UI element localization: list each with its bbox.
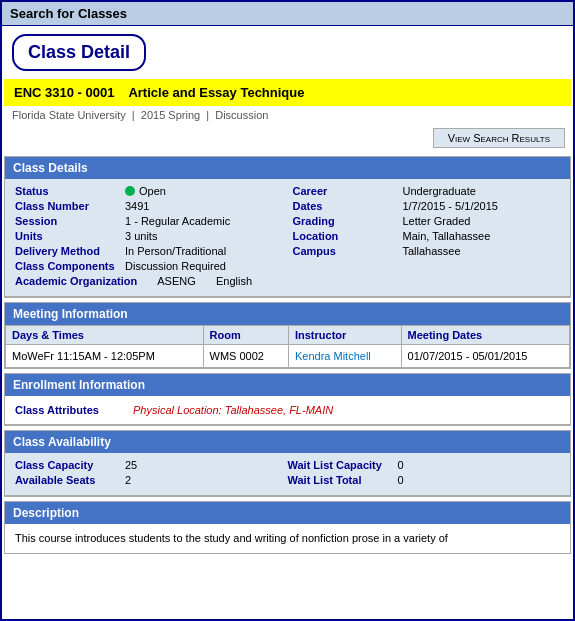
campus-row: Campus Tallahassee [293,245,561,257]
acad-org-label: Academic Organization [15,275,137,287]
description-body: This course introduces students to the s… [5,524,570,553]
career-label: Career [293,185,403,197]
grading-value: Letter Graded [403,215,471,227]
description-section: Description This course introduces stude… [4,501,571,554]
class-capacity-value: 25 [125,459,165,471]
availability-section: Class Availability Class Capacity 25 Ava… [4,430,571,497]
units-row: Units 3 units [15,230,283,242]
enrollment-body: Class Attributes Physical Location: Tall… [5,396,570,425]
col-instructor: Instructor [288,326,401,345]
class-details-section: Class Details Status Open Class Number 3… [4,156,571,298]
class-attributes-row: Class Attributes Physical Location: Tall… [15,404,560,416]
delivery-method-value: In Person/Traditional [125,245,226,257]
class-number-label: Class Number [15,200,125,212]
enrollment-section: Enrollment Information Class Attributes … [4,373,571,426]
session-value: 1 - Regular Academic [125,215,230,227]
col-room: Room [203,326,288,345]
avail-right: Wait List Capacity 0 Wait List Total 0 [288,459,561,489]
delivery-method-label: Delivery Method [15,245,125,257]
campus-value: Tallahassee [403,245,461,257]
dates-label: Dates [293,200,403,212]
wait-list-total-value: 0 [398,474,438,486]
class-number-row: Class Number 3491 [15,200,283,212]
class-detail-section: Class Detail [2,26,573,79]
location-label: Location [293,230,403,242]
details-left-col: Status Open Class Number 3491 Session 1 … [15,185,283,290]
meeting-info-section: Meeting Information Days & Times Room In… [4,302,571,369]
class-details-body: Status Open Class Number 3491 Session 1 … [5,179,570,297]
acad-org-value: ASENG English [157,275,252,287]
wait-list-capacity-row: Wait List Capacity 0 [288,459,561,471]
course-name: Article and Essay Technique [128,85,304,100]
location-row: Location Main, Tallahassee [293,230,561,242]
dates-row: Dates 1/7/2015 - 5/1/2015 [293,200,561,212]
description-header: Description [5,502,570,524]
grading-row: Grading Letter Graded [293,215,561,227]
units-label: Units [15,230,125,242]
wait-list-total-row: Wait List Total 0 [288,474,561,486]
availability-body: Class Capacity 25 Available Seats 2 Wait… [5,453,570,496]
instructor-link[interactable]: Kendra Mitchell [295,350,371,362]
class-detail-bubble: Class Detail [12,34,146,71]
course-title-bar: ENC 3310 - 0001 Article and Essay Techni… [4,79,571,106]
location-value: Main, Tallahassee [403,230,491,242]
acad-org-row: Academic Organization ASENG English [15,275,283,287]
details-right-col: Career Undergraduate Dates 1/7/2015 - 5/… [293,185,561,290]
wait-list-total-label: Wait List Total [288,474,398,486]
description-text: This course introduces students to the s… [15,530,560,547]
wait-list-capacity-label: Wait List Capacity [288,459,398,471]
term: 2015 Spring [141,109,200,121]
units-value: 3 units [125,230,157,242]
course-type: Discussion [215,109,268,121]
availability-header: Class Availability [5,431,570,453]
available-seats-row: Available Seats 2 [15,474,288,486]
cell-meeting-dates: 01/07/2015 - 05/01/2015 [401,345,569,368]
available-seats-value: 2 [125,474,165,486]
dates-value: 1/7/2015 - 5/1/2015 [403,200,498,212]
course-code: ENC 3310 - 0001 [14,85,114,100]
view-search-button[interactable]: View Search Results [433,128,565,148]
class-attributes-value: Physical Location: Tallahassee, FL-MAIN [133,404,333,416]
class-components-label: Class Components [15,260,125,272]
col-meeting-dates: Meeting Dates [401,326,569,345]
meeting-table: Days & Times Room Instructor Meeting Dat… [5,325,570,368]
enrollment-header: Enrollment Information [5,374,570,396]
session-row: Session 1 - Regular Academic [15,215,283,227]
cell-days: MoWeFr 11:15AM - 12:05PM [6,345,204,368]
delivery-method-row: Delivery Method In Person/Traditional [15,245,283,257]
class-components-row: Class Components Discussion Required [15,260,283,272]
status-row: Status Open [15,185,283,197]
class-capacity-label: Class Capacity [15,459,125,471]
status-label: Status [15,185,125,197]
university: Florida State University [12,109,126,121]
meeting-info-header: Meeting Information [5,303,570,325]
status-value: Open [125,185,166,197]
view-search-row: View Search Results [2,124,573,152]
table-row: MoWeFr 11:15AM - 12:05PM WMS 0002 Kendra… [6,345,570,368]
cell-room: WMS 0002 [203,345,288,368]
meeting-table-header-row: Days & Times Room Instructor Meeting Dat… [6,326,570,345]
grading-label: Grading [293,215,403,227]
course-subtitle: Florida State University | 2015 Spring |… [2,106,573,124]
class-details-header: Class Details [5,157,570,179]
career-row: Career Undergraduate [293,185,561,197]
session-label: Session [15,215,125,227]
wait-list-capacity-value: 0 [398,459,438,471]
class-number-value: 3491 [125,200,149,212]
page-header: Search for Classes [2,2,573,26]
avail-left: Class Capacity 25 Available Seats 2 [15,459,288,489]
career-value: Undergraduate [403,185,476,197]
available-seats-label: Available Seats [15,474,125,486]
col-days-times: Days & Times [6,326,204,345]
campus-label: Campus [293,245,403,257]
status-dot [125,186,135,196]
cell-instructor: Kendra Mitchell [288,345,401,368]
class-attributes-label: Class Attributes [15,404,125,416]
class-components-value: Discussion Required [125,260,226,272]
class-capacity-row: Class Capacity 25 [15,459,288,471]
page-title: Search for Classes [10,6,127,21]
